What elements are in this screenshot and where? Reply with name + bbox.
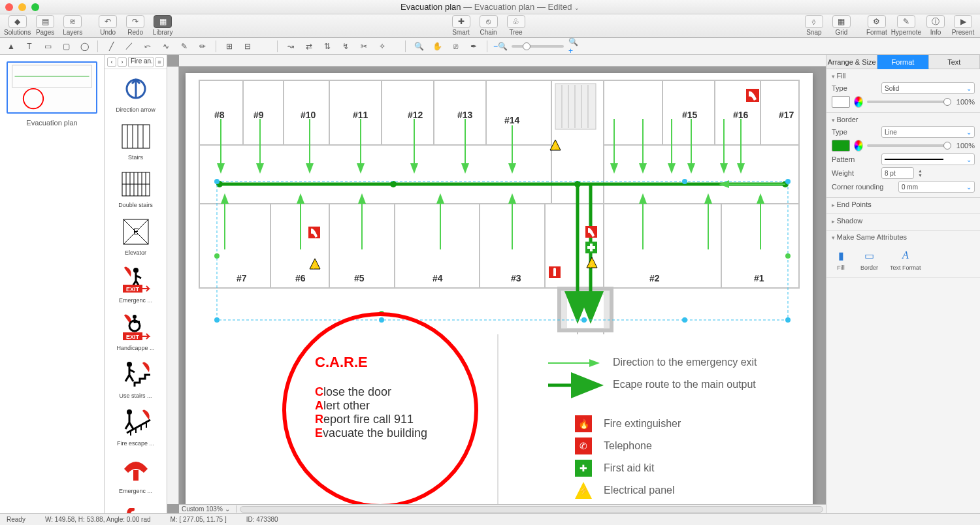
undo-button[interactable]: ↶Undo (95, 15, 121, 36)
hazard-icon-3: ⚡ (587, 257, 597, 268)
chain-button[interactable]: ⎋Chain (476, 15, 502, 36)
svg-text:EXIT: EXIT (125, 286, 139, 293)
border-type-select[interactable]: Line (881, 126, 975, 138)
pages-button[interactable]: ▤Pages (32, 15, 58, 36)
text-tool[interactable]: T (22, 40, 37, 53)
info-button[interactable]: ⓘInfo (923, 15, 949, 36)
pencil-tool[interactable]: ✏ (195, 40, 210, 53)
zoom-in[interactable]: 🔍+ (568, 40, 582, 53)
zoom-out[interactable]: −🔍 (493, 40, 508, 53)
rect-tool[interactable]: ▭ (41, 40, 55, 53)
lib-fire-escape[interactable]: Fire escape ... (105, 403, 167, 451)
eyedrop-tool[interactable]: ✒ (466, 40, 481, 53)
section-endpoints[interactable]: End Points (826, 198, 980, 214)
conn-tool1[interactable]: ↝ (284, 40, 298, 53)
snap-button[interactable]: ⎀Snap (801, 15, 827, 36)
weight-step-up[interactable]: ▲ (918, 168, 927, 173)
section-shadow[interactable]: Shadow (826, 214, 980, 231)
border-color-wheel-icon[interactable] (854, 140, 863, 151)
conn-tool2[interactable]: ⇄ (302, 40, 316, 53)
spline-tool[interactable]: ∿ (159, 40, 173, 53)
horizontal-scrollbar[interactable] (240, 506, 823, 513)
status-wha: W: 149.58, H: 53.88, Angle: 0.00 rad (45, 516, 151, 523)
ruler-vertical[interactable] (167, 67, 179, 504)
conn-tool5[interactable]: ✂ (357, 40, 371, 53)
svg-point-95 (214, 179, 220, 184)
lib-more-phone[interactable] (105, 498, 167, 513)
insert2-tool[interactable]: ⊟ (240, 40, 255, 53)
svg-point-104 (785, 253, 791, 259)
conn-tool6[interactable]: ✧ (375, 40, 389, 53)
firstaid-icon (585, 242, 597, 253)
tab-arrange[interactable]: Arrange & Size (826, 55, 877, 69)
canvas-scroll[interactable]: #8 #9 #10 #11 #12 #13 #14 #15 #16 #17 #7… (179, 67, 826, 504)
border-pattern-select[interactable] (881, 153, 975, 165)
hypernote-button[interactable]: ✎Hypernote (891, 15, 921, 36)
color-wheel-icon[interactable] (854, 96, 863, 108)
redo-button[interactable]: ↷Redo (122, 15, 148, 36)
layers-button[interactable]: ≋Layers (59, 15, 86, 36)
make-same-border[interactable]: ▭Border (860, 247, 878, 271)
lib-emergency-phone[interactable]: Emergenc ... (105, 451, 167, 498)
grid-button[interactable]: ▦Grid (828, 15, 855, 36)
page-canvas[interactable]: #8 #9 #10 #11 #12 #13 #14 #15 #16 #17 #7… (186, 73, 813, 504)
conn-tool3[interactable]: ⇅ (320, 40, 335, 53)
insert-tool[interactable]: ⊞ (222, 40, 237, 53)
weight-step-down[interactable]: ▼ (918, 173, 927, 178)
tab-format[interactable]: Format (877, 55, 928, 69)
bezier-tool[interactable]: ✎ (177, 40, 191, 53)
lib-elevator[interactable]: EElevator (105, 212, 167, 260)
conn-tool4[interactable]: ↯ (338, 40, 353, 53)
fill-type-select[interactable]: Solid (881, 82, 975, 94)
library-prev[interactable]: ‹ (107, 57, 116, 67)
make-same-text[interactable]: AText Format (890, 247, 921, 271)
line2-tool[interactable]: ／ (122, 40, 137, 53)
lib-direction-arrow[interactable]: Direction arrow (105, 69, 167, 117)
fill-opacity-slider[interactable] (867, 101, 951, 103)
corner-rounding-select[interactable]: 0 mm (898, 181, 975, 193)
canvas-footer: Custom 103% ⌄ (179, 504, 826, 513)
lib-double-stairs[interactable]: Double stairs (105, 165, 167, 212)
fill-color-swatch[interactable] (832, 96, 850, 108)
library-selector[interactable]: Fire an... (128, 57, 154, 67)
smart-button[interactable]: ✚Smart (448, 15, 474, 36)
hand-tool[interactable]: ✋ (430, 40, 444, 53)
lib-stairs[interactable]: Stairs (105, 117, 167, 165)
roundrect-tool[interactable]: ▢ (59, 40, 73, 53)
present-button[interactable]: ▶Present (950, 15, 976, 36)
svg-rect-113 (587, 246, 595, 249)
zoom-combo[interactable]: Custom 103% ⌄ (179, 505, 237, 513)
status-ready: Ready (7, 516, 25, 523)
tree-button[interactable]: ♧Tree (503, 15, 529, 36)
lib-use-stairs[interactable]: Use stairs ... (105, 355, 167, 403)
window-title: Evacuation plan — Evacuation plan — Edit… (0, 2, 980, 12)
canvas-area: #8 #9 #10 #11 #12 #13 #14 #15 #16 #17 #7… (167, 55, 826, 513)
page-thumbnail-1[interactable] (7, 61, 97, 114)
svg-text:⚡: ⚡ (588, 260, 596, 268)
border-weight-input[interactable]: 8 pt (881, 167, 914, 179)
lib-handicapped-exit[interactable]: EXITHandicappe ... (105, 308, 167, 355)
format-button[interactable]: ⚙Format (864, 15, 890, 36)
line-tool[interactable]: ╱ (104, 40, 118, 53)
telephone-icon (746, 89, 759, 102)
arc-tool[interactable]: ⤺ (140, 40, 155, 53)
zoom-tool[interactable]: 🔍 (412, 40, 426, 53)
tab-text[interactable]: Text (929, 55, 980, 69)
solutions-button[interactable]: ◆Solutions (4, 15, 31, 36)
library-button[interactable]: ▦Library (150, 15, 176, 36)
hazard-icon-2: ⚡ (310, 259, 320, 270)
zoom-slider[interactable] (512, 45, 564, 48)
border-opacity-slider[interactable] (867, 144, 951, 147)
main-toolbar: ◆Solutions ▤Pages ≋Layers ↶Undo ↷Redo ▦L… (0, 14, 980, 38)
lib-emergency-exit[interactable]: EXITEmergenc ... (105, 260, 167, 308)
titlebar: Evacuation plan — Evacuation plan — Edit… (0, 0, 980, 14)
drop-tool[interactable]: ⎚ (448, 40, 463, 53)
library-menu[interactable]: ≡ (155, 57, 164, 67)
ellipse-tool[interactable]: ◯ (77, 40, 91, 53)
library-next[interactable]: › (118, 57, 127, 67)
make-same-fill[interactable]: ▮Fill (833, 247, 849, 271)
pointer-tool[interactable]: ▲ (4, 40, 18, 53)
svg-point-101 (682, 317, 687, 323)
border-color-swatch[interactable] (832, 140, 850, 151)
ruler-horizontal[interactable] (179, 55, 826, 67)
